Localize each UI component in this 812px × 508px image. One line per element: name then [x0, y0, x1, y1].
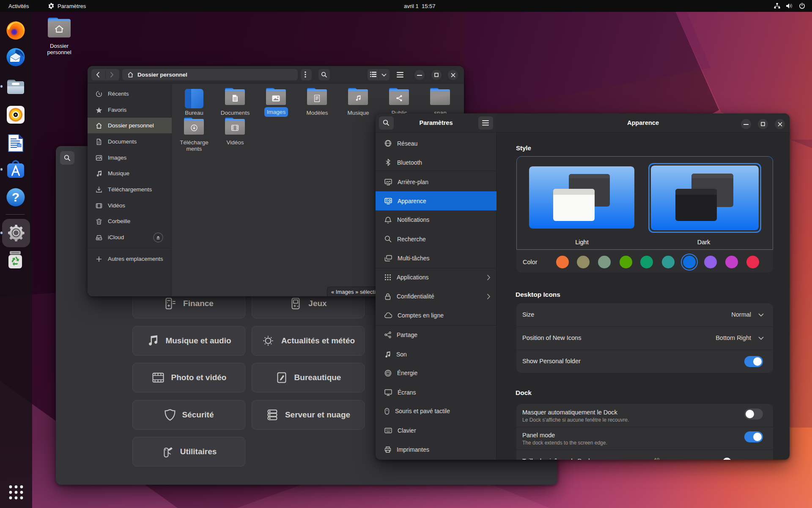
- svg-text:?: ?: [12, 190, 19, 204]
